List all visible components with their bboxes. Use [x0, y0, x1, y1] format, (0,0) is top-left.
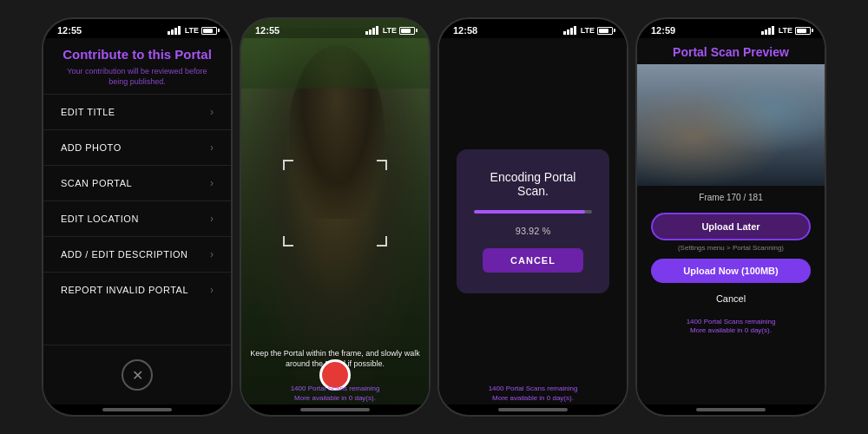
frame-count: Frame 170 / 181	[699, 186, 762, 206]
contribute-subtitle: Your contribution will be reviewed befor…	[57, 67, 217, 87]
time-2: 12:55	[255, 25, 279, 36]
home-indicator-3	[498, 408, 568, 411]
preview-image-inner	[637, 64, 825, 186]
home-indicator-4	[696, 408, 766, 411]
time-4: 12:59	[651, 25, 675, 36]
chevron-report-portal: ›	[210, 284, 214, 296]
home-indicator-2	[300, 408, 370, 411]
contribute-header: Contribute to this Portal Your contribut…	[43, 38, 231, 94]
status-icons-4: LTE	[761, 26, 811, 35]
menu-edit-title-label: EDIT TITLE	[61, 107, 115, 117]
corner-tl	[283, 160, 293, 170]
signal-icon-3	[563, 26, 576, 35]
time-1: 12:55	[57, 25, 82, 36]
portal-scans-3: 1400 Portal Scans remaining More availab…	[439, 385, 627, 403]
progress-percent: 93.92 %	[516, 226, 550, 236]
time-3: 12:58	[453, 25, 477, 36]
portal-scans-4: 1400 Portal Scans remaining More availab…	[678, 314, 785, 336]
battery-icon-2	[399, 27, 415, 35]
menu-report-portal-label: REPORT INVALID PORTAL	[61, 285, 188, 295]
menu-add-photo-label: ADD PHOTO	[61, 142, 122, 153]
battery-icon-3	[597, 27, 613, 35]
chevron-scan-portal: ›	[210, 177, 214, 189]
contribute-title: Contribute to this Portal	[57, 47, 217, 62]
action-buttons: Upload Later (Settings menu > Portal Sca…	[637, 206, 825, 314]
scan-frame	[283, 160, 387, 247]
menu-scan-portal-label: SCAN PORTAL	[61, 178, 132, 188]
phone-encoding: 12:58 LTE Encoding Portal Scan. 93.92 %	[437, 17, 628, 417]
home-indicator-1	[102, 408, 172, 411]
chevron-add-photo: ›	[210, 141, 214, 154]
chevron-add-description: ›	[210, 248, 214, 260]
upload-later-sub: (Settings menu > Portal Scanning)	[678, 244, 784, 252]
preview-image	[637, 64, 825, 186]
cancel-preview-button[interactable]: Cancel	[716, 290, 746, 307]
phone-preview: 12:59 LTE Portal Scan Preview Frame 170 …	[635, 17, 826, 417]
phone-camera: 12:55 LTE	[240, 17, 431, 417]
battery-icon-4	[795, 27, 811, 35]
lte-label-1: LTE	[185, 26, 199, 35]
upload-now-button[interactable]: Upload Now (100MB)	[651, 259, 811, 283]
encoding-content: Encoding Portal Scan. 93.92 % CANCEL	[439, 38, 627, 404]
menu-edit-title[interactable]: EDIT TITLE ›	[43, 94, 231, 129]
lte-label-2: LTE	[383, 26, 397, 35]
menu-edit-location-label: EDIT LOCATION	[61, 214, 139, 224]
status-icons-2: LTE	[365, 26, 415, 35]
menu-add-description[interactable]: ADD / EDIT DESCRIPTION ›	[43, 236, 231, 272]
status-bar-3: 12:58 LTE	[439, 19, 627, 38]
progress-bar-fill	[474, 210, 585, 214]
close-button[interactable]: ✕	[122, 359, 153, 391]
status-bar-4: 12:59 LTE	[637, 19, 825, 38]
upload-later-button[interactable]: Upload Later	[651, 213, 811, 240]
status-icons-1: LTE	[168, 26, 217, 35]
battery-icon-1	[201, 27, 217, 35]
menu-add-description-label: ADD / EDIT DESCRIPTION	[61, 249, 187, 260]
chevron-edit-title: ›	[210, 106, 214, 118]
encoding-title: Encoding Portal Scan.	[474, 170, 592, 198]
status-bar-1: 12:55 LTE	[43, 19, 231, 38]
preview-title: Portal Scan Preview	[673, 38, 789, 64]
menu-scan-portal[interactable]: SCAN PORTAL ›	[43, 165, 231, 201]
signal-icon-2	[365, 26, 378, 35]
signal-icon-1	[168, 26, 181, 35]
corner-br	[377, 236, 387, 247]
encoding-card: Encoding Portal Scan. 93.92 % CANCEL	[457, 149, 609, 293]
cancel-encoding-button[interactable]: CANCEL	[483, 248, 583, 273]
chevron-edit-location: ›	[210, 213, 214, 225]
contribute-bottom: ✕	[43, 345, 231, 404]
contribute-content: Contribute to this Portal Your contribut…	[43, 38, 231, 404]
menu-add-photo[interactable]: ADD PHOTO ›	[43, 129, 231, 165]
lte-label-4: LTE	[779, 26, 792, 35]
menu-edit-location[interactable]: EDIT LOCATION ›	[43, 201, 231, 236]
status-bar-2: 12:55 LTE	[241, 19, 429, 38]
corner-tr	[377, 160, 387, 170]
status-icons-3: LTE	[563, 26, 613, 35]
progress-bar	[474, 210, 592, 214]
portal-scans-2: 1400 Portal Scans remaining More availab…	[241, 385, 429, 403]
phone-contribute: 12:55 LTE Contribute to this Portal Your…	[42, 17, 233, 417]
phones-container: 12:55 LTE Contribute to this Portal Your…	[33, 9, 835, 425]
preview-content: Portal Scan Preview Frame 170 / 181 Uplo…	[637, 38, 825, 404]
camera-view: Keep the Portal within the frame, and sl…	[241, 19, 429, 404]
menu-report-portal[interactable]: REPORT INVALID PORTAL ›	[43, 272, 231, 307]
corner-bl	[283, 236, 293, 247]
signal-icon-4	[761, 26, 774, 35]
lte-label-3: LTE	[581, 26, 595, 35]
